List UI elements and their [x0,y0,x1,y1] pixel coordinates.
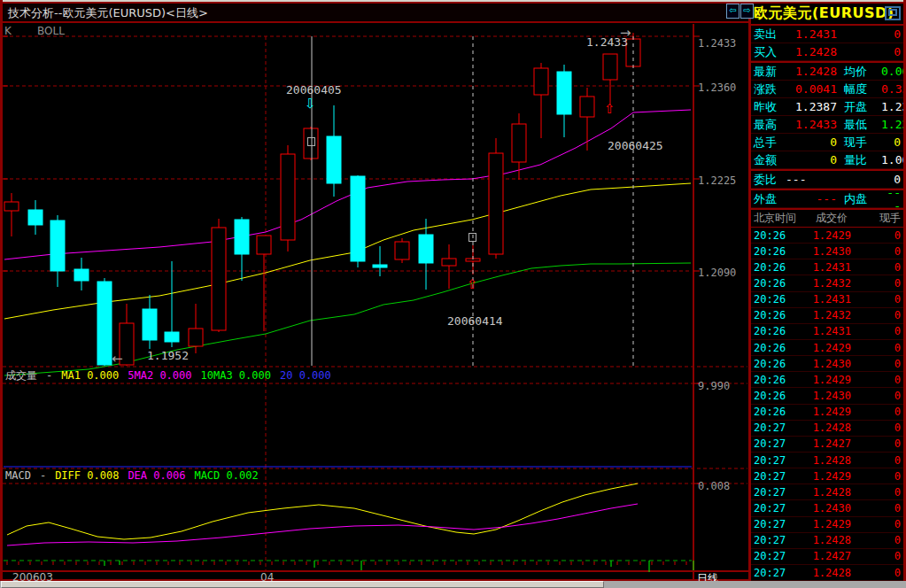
trading-app-window: 技术分析--欧元美元(EURUSD)<日线> K BOLL ⇦ ⇨ 200604… [0,0,906,588]
candlestick [4,202,19,211]
horizontal-scrollbar[interactable] [0,581,906,588]
candlestick [512,124,526,162]
indicator-segment: 5MA2 0.000 [128,369,191,382]
chart-nav-buttons: ⇦ ⇨ [726,4,754,19]
candlestick [257,236,271,254]
quote-fields: 最新1.2428均价0.0000涨跌0.0041幅度0.33昨收1.2387开盘… [751,63,903,169]
trade-tick-row[interactable]: 20:261.24300 [751,244,903,259]
candlestick [395,242,409,259]
trade-tick-row[interactable]: 20:261.24290 [751,228,903,244]
candlestick [235,220,249,254]
indicator-segment: 20 0.000 [280,369,331,382]
chart-title: 技术分析--欧元美元(EURUSD)<日线> [3,4,748,23]
trade-tick-row[interactable]: 20:261.24300 [751,388,903,404]
macd-diff-line [7,484,638,539]
trade-tick-row[interactable]: 20:261.24300 [751,356,903,372]
trade-tick-row[interactable]: 20:271.24280 [751,533,903,549]
trade-tick-row[interactable]: 20:261.24320 [751,275,903,291]
quote-field-row: 总手0现手0 [751,134,903,151]
candlestick [489,153,503,254]
trade-tick-row[interactable]: 20:271.24280 [751,565,903,581]
candlestick [50,220,65,271]
candlestick [419,235,433,263]
axis-price-label: 1.2360 [698,81,736,94]
waipan-row: 外盘 --- 内盘 --- [751,190,903,208]
trade-tick-row[interactable]: 20:271.24280 [751,421,903,437]
buy-qty: 0 [837,45,901,58]
waipan-label: 外盘 [754,191,786,207]
up-arrow-icon: ⇧ [467,278,478,291]
sell-label: 卖出 [754,27,786,43]
scrollbar-thumb[interactable] [1,581,604,588]
axis-price-label: 1.2433 [698,37,736,50]
quote-title-row: 欧元美元(EURUSD) [751,3,903,26]
candlestick [74,269,89,281]
prev-instrument-button[interactable]: ⇦ [726,4,740,19]
trade-tick-row[interactable]: 20:271.24270 [751,437,903,453]
trade-tick-row[interactable]: 20:261.24310 [751,259,903,275]
trade-tick-row[interactable]: 20:261.24310 [751,324,903,340]
indicator-segment: - [40,469,46,482]
indicator-segment: MA1 0.000 [61,369,119,382]
candlestick [212,228,226,330]
quote-field-row: 金额0量比1.000 [751,151,903,169]
restore-window-icon[interactable] [885,6,901,20]
quote-field-row: 最高1.2433最低1.2365 [751,116,903,134]
waipan-value: --- [786,192,837,205]
candlestick [165,332,179,342]
window-frame-left [0,0,3,588]
trade-tick-row[interactable]: 20:271.24290 [751,517,903,533]
neipan-label: 内盘 [844,191,881,207]
trade-tick-row[interactable]: 20:271.24290 [751,468,903,484]
legend-boll: BOLL [37,25,65,37]
quote-field-row: 涨跌0.0041幅度0.33 [751,81,903,98]
legend-k: K [4,25,12,37]
indicator-segment: MACD [5,469,31,482]
indicator-segment: 10MA3 0.000 [201,369,271,382]
buy-quote-row: 买入 1.2428 0 [751,43,903,61]
candlestick [189,329,203,346]
candlestick [534,68,548,95]
axis-price-label: 1.2225 [698,174,736,187]
tick-price-header: 成交价 [800,211,871,226]
trade-tick-row[interactable]: 20:271.24300 [751,500,903,516]
macd-indicator-header: MACD-DIFF 0.008DEA 0.006MACD 0.002 [5,469,267,482]
weibi-label: 委比 [754,172,786,188]
candlestick [603,54,617,80]
trade-tick-row[interactable]: 20:261.24290 [751,372,903,388]
boll-upper-line [4,110,691,259]
buy-price: 1.2428 [786,45,837,58]
candlestick [351,176,365,261]
tick-list-header: 北京时间 成交价 现手 [751,210,903,227]
candlestick [281,154,295,240]
axis-price-label: 9.990 [698,380,730,392]
sell-quote-row: 卖出 1.2431 0 [751,26,903,43]
chart-annotation: 1.1952 [147,349,189,362]
trade-tick-row[interactable]: 20:261.24310 [751,292,903,308]
candlestick [442,259,456,266]
axis-price-label: 0.008 [698,480,730,492]
buy-label: 买入 [754,44,786,60]
indicator-segment: DIFF 0.008 [55,469,119,482]
trade-tick-row[interactable]: 20:261.24290 [751,405,903,421]
chart-annotation: 20060405 [286,83,342,97]
candlestick [557,72,571,114]
sell-qty: 0 [837,27,901,41]
down-arrow-icon: ⇩ [305,97,316,111]
trade-tick-row[interactable]: 20:271.24270 [751,549,903,565]
quote-field-row: 最新1.2428均价0.0000 [751,63,903,81]
indicator-segment: DEA 0.006 [128,469,185,482]
trade-tick-row[interactable]: 20:261.24290 [751,340,903,356]
trade-tick-row[interactable]: 20:271.24280 [751,484,903,500]
candlestick [327,136,341,183]
weibi-value: --- [786,173,837,186]
indicator-segment: 成交量 [5,369,37,382]
candle-select-marker [307,137,315,146]
next-instrument-button[interactable]: ⇨ [740,4,754,19]
weibi-right-value: 0 [837,173,901,186]
trade-tick-row[interactable]: 20:271.24280 [751,453,903,468]
candlestick [97,282,112,365]
trade-tick-row[interactable]: 20:261.24320 [751,308,903,324]
chart-annotation: 20060425 [608,139,663,152]
tick-list: 20:261.2429020:261.2430020:261.2431020:2… [751,228,903,581]
